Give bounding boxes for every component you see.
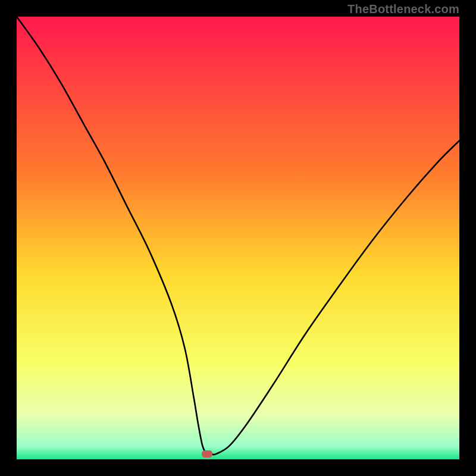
watermark-label: TheBottleneck.com <box>347 2 459 16</box>
bottleneck-curve <box>17 17 459 459</box>
chart-frame: TheBottleneck.com <box>0 0 476 476</box>
plot-area <box>17 17 459 459</box>
optimum-marker <box>202 450 212 458</box>
